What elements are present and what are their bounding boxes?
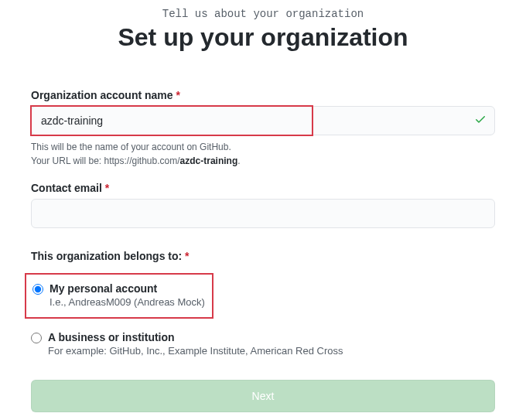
belongs-to-label: This organization belongs to: * [31, 250, 495, 262]
radio-business-hint: For example: GitHub, Inc., Example Insti… [48, 345, 495, 357]
required-marker: * [105, 182, 109, 194]
radio-personal-hint: I.e., AndreasM009 (Andreas Mock) [50, 296, 206, 308]
contact-email-label: Contact email * [31, 182, 495, 194]
radio-personal-input[interactable] [32, 284, 43, 295]
contact-email-input[interactable] [31, 199, 495, 228]
page-subtitle: Tell us about your organization [31, 8, 495, 20]
required-marker: * [185, 250, 189, 262]
radio-personal-label: My personal account [50, 282, 157, 295]
radio-business-input[interactable] [31, 333, 42, 343]
org-name-label: Organization account name * [31, 89, 495, 101]
org-name-hint: This will be the name of your account on… [31, 140, 495, 168]
radio-option-business[interactable]: A business or institution For example: G… [31, 326, 495, 361]
next-button[interactable]: Next [31, 380, 495, 412]
required-marker: * [176, 89, 179, 101]
org-name-input-wrapper [31, 106, 495, 135]
radio-option-personal[interactable]: My personal account I.e., AndreasM009 (A… [25, 273, 213, 319]
radio-business-label: A business or institution [48, 331, 175, 343]
check-icon [474, 113, 487, 128]
page-title: Set up your organization [31, 23, 495, 52]
org-name-input[interactable] [32, 107, 494, 135]
